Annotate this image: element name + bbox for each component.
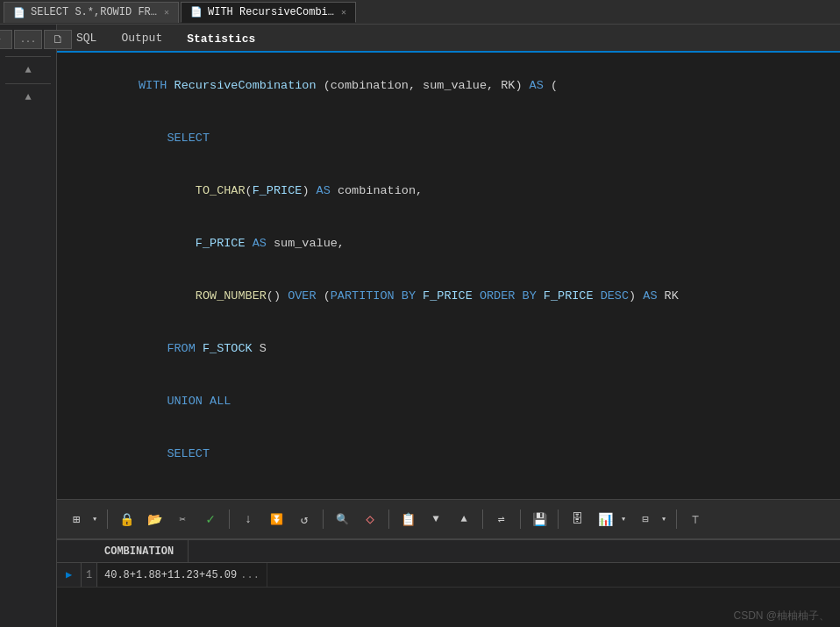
save-icon: 💾	[532, 512, 547, 527]
down-end-btn[interactable]: ⏬	[264, 507, 288, 531]
filter-down-icon: ▼	[432, 513, 438, 525]
top-tab-bar: 📄 SELECT S.*,ROWID FROM F_ST ... ✕ 📄 WIT…	[0, 0, 840, 25]
folder-icon: 📂	[147, 512, 162, 527]
grid-btn[interactable]: ⊞	[64, 507, 89, 531]
code-line-4: F_PRICE AS sum_value,	[57, 217, 840, 270]
sidebar: + ... 🗋 ▲ ▲	[0, 25, 57, 627]
sep1	[107, 509, 108, 529]
refresh-icon: ↺	[301, 512, 308, 527]
toolbar-group-chart: 📊 ▼	[593, 507, 630, 531]
filter-up-btn[interactable]: ▲	[452, 507, 476, 531]
sidebar-divider-2	[5, 83, 50, 84]
sidebar-divider-1	[5, 56, 50, 57]
row-arrow: ▶	[66, 568, 72, 581]
filter2-btn[interactable]: ⊤	[683, 507, 708, 531]
code-line-9: rc.combination || '+' || F.F_PRICE,	[57, 481, 840, 499]
connect-icon: ⇌	[498, 512, 505, 526]
main-area: + ... 🗋 ▲ ▲ SQL Output Statistics	[0, 25, 840, 627]
connect-btn[interactable]: ⇌	[489, 507, 514, 531]
table-row: ▶ 1 40.8+1.88+11.23+45.09 ...	[57, 563, 840, 588]
check-icon: ✓	[206, 510, 215, 528]
tab-statistics[interactable]: Statistics	[174, 26, 267, 53]
tab-recursive[interactable]: 📄 WITH RecursiveCombination ... ✕	[181, 2, 356, 23]
tab-select-icon: 📄	[13, 7, 25, 18]
tab-recursive-icon: 📄	[190, 6, 203, 18]
code-line-5: ROW_NUMBER() OVER (PARTITION BY F_PRICE …	[57, 270, 840, 323]
chart-dropdown[interactable]: ▼	[617, 507, 630, 531]
row-number: 1	[86, 569, 92, 581]
inner-tab-bar: SQL Output Statistics	[57, 25, 840, 53]
filter-up-icon: ▲	[460, 513, 466, 525]
grid-icon: ⊞	[73, 512, 80, 527]
sep4	[388, 509, 389, 529]
tab-select-label: SELECT S.*,ROWID FROM F_ST ...	[31, 6, 159, 18]
toolbar: ⊞ ▼ 🔒 📂 ✂ ✓ ↓ ⏬	[57, 499, 840, 539]
combination-header: COMBINATION	[97, 540, 189, 562]
table-dropdown[interactable]: ▼	[658, 507, 670, 531]
sep2	[229, 509, 230, 529]
tab-select[interactable]: 📄 SELECT S.*,ROWID FROM F_ST ... ✕	[4, 2, 179, 23]
grid-dropdown-icon: ▼	[93, 516, 96, 523]
results-header: COMBINATION	[57, 540, 840, 563]
code-line-7: UNION ALL	[57, 375, 840, 428]
sep6	[520, 509, 521, 529]
sidebar-btn-2[interactable]: ...	[14, 30, 42, 49]
tab-output-label: Output	[121, 32, 162, 45]
code-line-3: TO_CHAR(F_PRICE) AS combination,	[57, 165, 840, 217]
table-dropdown-icon: ▼	[662, 516, 666, 523]
export-btn[interactable]: 📋	[395, 507, 420, 531]
results-wrapper: ▶ 1 40.8+1.88+11.23+45.09 ... CSDN @柚柚柚子…	[57, 563, 840, 627]
left-panel: + ... 🗋 ▲ ▲	[0, 25, 57, 627]
check-btn[interactable]: ✓	[198, 507, 223, 531]
chart-dropdown-icon: ▼	[622, 516, 625, 523]
filter2-icon: ⊤	[692, 512, 699, 527]
sidebar-btn-3[interactable]: 🗋	[44, 30, 72, 49]
toolbar-group-grid: ⊞ ▼	[64, 507, 101, 531]
tab-close-1[interactable]: ✕	[164, 7, 169, 18]
table-btn[interactable]: ⊟	[633, 507, 658, 531]
clear-icon: ◇	[366, 510, 374, 528]
tab-output[interactable]: Output	[109, 25, 174, 51]
code-line-8: SELECT	[57, 428, 840, 481]
lock-btn[interactable]: 🔒	[114, 507, 139, 531]
sep8	[676, 509, 677, 529]
tab-recursive-label: WITH RecursiveCombination ...	[208, 6, 336, 18]
down-arrow-btn[interactable]: ↓	[236, 507, 260, 531]
tab-statistics-label: Statistics	[187, 32, 255, 46]
results-area: COMBINATION ▶ 1 40.8+1.88+11.23+45.09 ..…	[57, 539, 840, 627]
sidebar-collapse-1[interactable]: ▲	[0, 62, 56, 78]
save-btn[interactable]: 💾	[527, 507, 552, 531]
sep5	[482, 509, 483, 529]
down-arrow-icon: ↓	[245, 512, 252, 526]
chart-icon: 📊	[598, 512, 613, 527]
db-btn[interactable]: 🗄	[565, 507, 589, 531]
cell-ellipsis: ...	[237, 569, 260, 581]
code-line-6: FROM F_STOCK S	[57, 323, 840, 375]
search-icon: 🔍	[336, 513, 349, 526]
cut-btn[interactable]: ✂	[170, 507, 195, 531]
sep7	[558, 509, 559, 529]
table-icon: ⊟	[642, 513, 648, 526]
folder-btn[interactable]: 📂	[142, 507, 167, 531]
filter-down-btn[interactable]: ▼	[424, 507, 448, 531]
combination-header-label: COMBINATION	[104, 545, 174, 558]
db-icon: 🗄	[571, 512, 583, 526]
chart-btn[interactable]: 📊	[593, 507, 617, 531]
cut-icon: ✂	[179, 513, 185, 526]
watermark: CSDN @柚柚柚子、	[733, 609, 829, 623]
refresh-btn[interactable]: ↺	[292, 507, 317, 531]
combination-cell: 40.8+1.88+11.23+45.09 ...	[97, 563, 267, 587]
search-btn[interactable]: 🔍	[330, 507, 354, 531]
row-indicator: ▶	[57, 563, 82, 587]
sidebar-collapse-2[interactable]: ▲	[0, 89, 56, 105]
sidebar-btn-1[interactable]: +	[0, 30, 12, 49]
tab-sql-label: SQL	[76, 32, 96, 45]
code-line-2: SELECT	[57, 112, 840, 165]
tab-close-2[interactable]: ✕	[341, 7, 346, 18]
clear-btn[interactable]: ◇	[358, 507, 382, 531]
toolbar-group-table: ⊟ ▼	[633, 507, 670, 531]
lock-icon: 🔒	[119, 512, 134, 527]
code-editor[interactable]: WITH RecursiveCombination (combination, …	[57, 53, 840, 499]
grid-dropdown[interactable]: ▼	[89, 507, 101, 531]
combination-value: 40.8+1.88+11.23+45.09	[104, 569, 237, 581]
